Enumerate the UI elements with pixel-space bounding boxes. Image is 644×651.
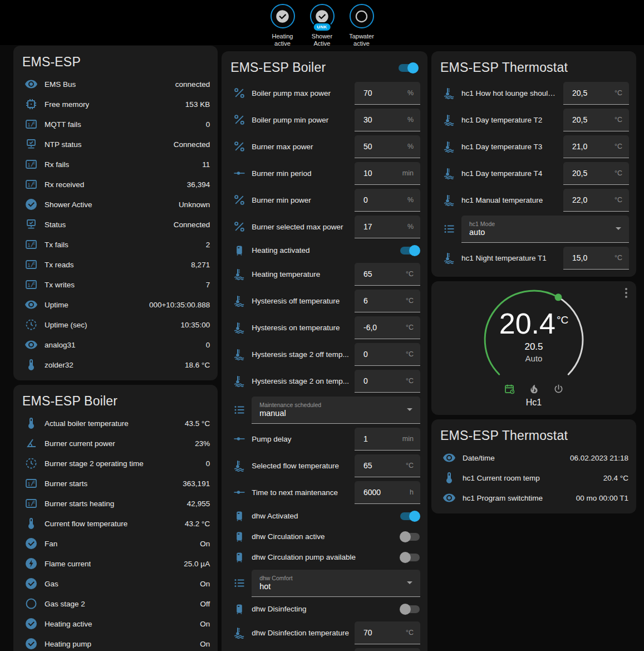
entity-row[interactable]: analog310 xyxy=(13,335,218,355)
entity-row[interactable]: Burner current power23% xyxy=(13,433,218,453)
number-input[interactable]: 65°C xyxy=(355,263,420,286)
entity-value: 25.0 µA xyxy=(177,560,210,568)
entity-row[interactable]: 12Tx reads8,271 xyxy=(13,254,218,275)
svg-text:2: 2 xyxy=(33,181,35,185)
badge-shower-active[interactable]: UNK Shower Active xyxy=(306,4,338,47)
number-input[interactable]: 50% xyxy=(355,135,420,158)
entity-row[interactable]: FanOn xyxy=(13,533,218,554)
number-input[interactable]: 10min xyxy=(355,162,420,185)
entity-row[interactable]: 12MQTT fails0 xyxy=(13,114,218,134)
number-unit: °C xyxy=(397,324,414,331)
number-input[interactable]: 70% xyxy=(355,82,420,105)
number-input[interactable]: 0°C xyxy=(355,370,420,393)
entity-row[interactable]: 12Rx fails11 xyxy=(13,154,218,174)
thermostat-name: Hc1 xyxy=(431,398,636,408)
badge-tapwater-active[interactable]: Tapwater active xyxy=(346,4,378,47)
entity-row[interactable]: 12Burner starts363,191 xyxy=(13,473,218,493)
entity-row[interactable]: StatusConnected xyxy=(13,214,218,234)
entity-label: Burner stage 2 operating time xyxy=(45,459,144,468)
entity-row[interactable]: GasOn xyxy=(13,574,218,594)
number-input[interactable]: 40°C xyxy=(355,648,420,651)
select-dropdown[interactable]: Maintenance scheduledmanual xyxy=(252,397,420,424)
number-input[interactable]: 0°C xyxy=(355,343,420,366)
entity-row[interactable]: 12Tx writes7 xyxy=(13,275,218,295)
number-input[interactable]: 0% xyxy=(355,189,420,212)
control-row: Hysteresis off temperature6°C xyxy=(222,287,427,314)
number-input[interactable]: 17% xyxy=(355,216,420,238)
eye-icon xyxy=(443,451,456,464)
entity-row[interactable]: Burner stage 2 operating time0 xyxy=(13,453,218,473)
number-input[interactable]: 65°C xyxy=(355,454,420,477)
toggle-switch[interactable] xyxy=(400,245,420,256)
svg-text:1: 1 xyxy=(27,242,30,248)
number-input[interactable]: 1min xyxy=(355,428,420,451)
entity-row[interactable]: hc1 Program switchtime00 mo 00:00 T1 xyxy=(431,488,636,508)
card-menu-button[interactable] xyxy=(624,287,628,299)
toggle-switch[interactable] xyxy=(400,511,420,522)
toggle-switch[interactable] xyxy=(400,604,420,615)
svg-text:2: 2 xyxy=(33,261,35,265)
number-value: 17 xyxy=(363,222,372,231)
control-row: hc1 Day temperature T220,5°C xyxy=(431,106,636,133)
number-unit: % xyxy=(399,196,414,204)
select-dropdown[interactable]: dhw Comforthot xyxy=(252,570,420,597)
badge-circle[interactable] xyxy=(271,4,295,28)
boiler-master-toggle[interactable] xyxy=(398,62,419,74)
entity-row[interactable]: Uptime (sec)10:35:00 xyxy=(13,315,218,335)
entity-row[interactable]: Free memory153 KB xyxy=(13,94,218,114)
entity-row[interactable]: 12Burner starts heating42,955 xyxy=(13,493,218,513)
badge-label: Tapwater active xyxy=(349,33,374,47)
number-input[interactable]: 20,5°C xyxy=(563,82,629,105)
entity-row[interactable]: zolder3218.6 °C xyxy=(13,355,218,375)
entity-row[interactable]: 12Tx fails2 xyxy=(13,234,218,254)
coolant-icon xyxy=(443,193,456,207)
number-input[interactable]: 30% xyxy=(355,109,420,131)
number-input[interactable]: 20,5°C xyxy=(563,109,629,131)
counter-icon: 12 xyxy=(24,278,38,291)
svg-text:2: 2 xyxy=(33,500,35,504)
number-unit: °C xyxy=(397,377,414,385)
entity-row[interactable]: Uptime000+10:35:00.888 xyxy=(13,295,218,315)
card-title: EMS-ESP Thermostat xyxy=(440,60,568,75)
control-label: hc1 Day temperature T2 xyxy=(461,116,563,124)
entity-row[interactable]: Flame current25.0 µA xyxy=(13,554,218,574)
entity-value: 43.5 °C xyxy=(178,419,210,428)
number-input[interactable]: 21,0°C xyxy=(563,135,629,158)
entity-row[interactable]: Shower ActiveUnknown xyxy=(13,194,218,214)
svg-text:1: 1 xyxy=(27,162,30,168)
dial-handle[interactable] xyxy=(555,293,562,301)
select-dropdown[interactable]: hc1 Modeauto xyxy=(461,216,629,243)
entity-label: Fan xyxy=(45,540,57,548)
entity-row[interactable]: 12Rx received36,394 xyxy=(13,174,218,194)
entity-row[interactable]: Heating pumpOn xyxy=(13,634,218,651)
check-circle-icon xyxy=(24,198,38,211)
badge-circle[interactable] xyxy=(350,4,374,28)
entity-row[interactable]: Gas stage 2Off xyxy=(13,594,218,614)
entity-label: Uptime xyxy=(45,301,68,309)
badge-circle[interactable]: UNK xyxy=(310,4,335,28)
card-title: EMS-ESP Thermostat xyxy=(440,428,568,443)
entity-label: Heating active xyxy=(45,620,92,628)
entity-row[interactable]: hc1 Current room temp20.4 °C xyxy=(431,468,636,488)
control-row: Time to next maintenance6000h xyxy=(222,479,427,506)
entity-row[interactable]: NTP statusConnected xyxy=(13,134,218,154)
number-input[interactable]: 20,5°C xyxy=(563,162,629,185)
number-input[interactable]: 6°C xyxy=(355,290,420,312)
thermostat-dial[interactable]: 20.4°C 20.5 Auto xyxy=(481,287,587,393)
badge-heating-active[interactable]: Heating active xyxy=(267,4,299,47)
number-input[interactable]: -6,0°C xyxy=(355,316,420,339)
control-label: dhw Circulation active xyxy=(252,532,400,541)
number-input[interactable]: 22,0°C xyxy=(563,189,629,212)
entity-row[interactable]: Actual boiler temperature43.5 °C xyxy=(13,413,218,433)
toggle-switch[interactable] xyxy=(400,531,420,542)
toggle-switch[interactable] xyxy=(400,552,420,563)
entity-row[interactable]: Current flow temperature43.2 °C xyxy=(13,513,218,533)
entity-row[interactable]: EMS Busconnected xyxy=(13,74,218,94)
entity-row[interactable]: Date/time06.02.2023 21:18 xyxy=(431,448,636,468)
control-row: Pump delay1min xyxy=(222,425,427,452)
number-input[interactable]: 70°C xyxy=(355,621,420,644)
entity-row[interactable]: Heating activeOn xyxy=(13,614,218,634)
number-input[interactable]: 15,0°C xyxy=(563,247,629,270)
control-row: dhw Flow temperature offset40°C xyxy=(222,646,427,651)
number-input[interactable]: 6000h xyxy=(355,481,420,504)
